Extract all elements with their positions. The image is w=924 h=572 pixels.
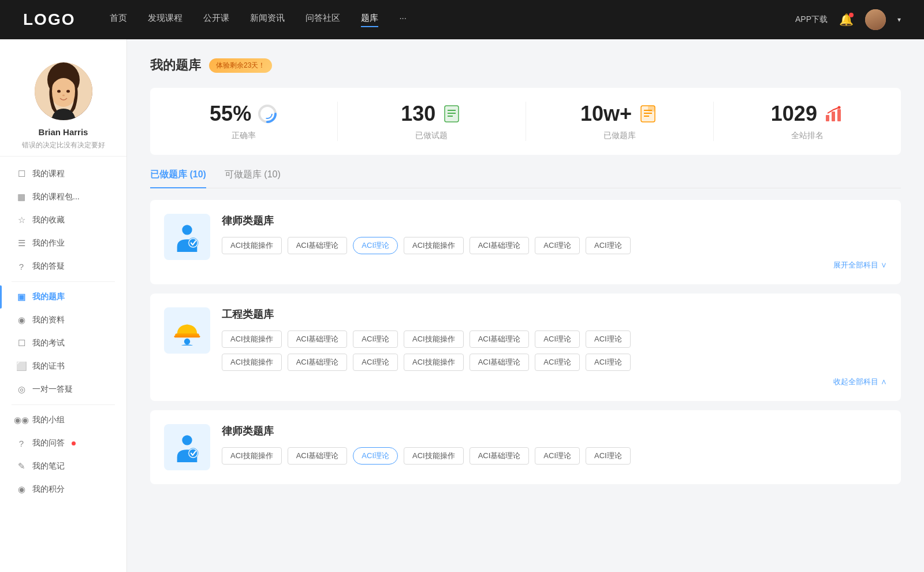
eng-tag-5[interactable]: ACI理论 xyxy=(535,330,580,348)
one-on-one-icon: ◎ xyxy=(16,384,27,395)
eng-tag-3[interactable]: ACI技能操作 xyxy=(404,330,464,348)
law2-tag-1[interactable]: ACI基础理论 xyxy=(288,447,348,465)
law2-tag-0[interactable]: ACI技能操作 xyxy=(222,447,282,465)
stat-accuracy: 55% 正确率 xyxy=(150,102,338,141)
done-questions-icon xyxy=(441,103,462,124)
sidebar-item-favorites[interactable]: ☆ 我的收藏 xyxy=(0,209,126,232)
eng-tag-1[interactable]: ACI基础理论 xyxy=(288,330,348,348)
law2-tag-4[interactable]: ACI基础理论 xyxy=(470,447,530,465)
sidebar-item-answers[interactable]: ? 我的问答 xyxy=(0,432,126,455)
svg-rect-21 xyxy=(832,112,835,121)
svg-point-2 xyxy=(51,78,76,107)
lawyer-person-icon-2 xyxy=(172,432,202,462)
engineer-quiz-body: 工程类题库 ACI技能操作 ACI基础理论 ACI理论 ACI技能操作 ACI基… xyxy=(222,307,887,387)
svg-point-4 xyxy=(66,90,70,93)
avatar-image xyxy=(865,9,886,30)
answers-icon: ? xyxy=(16,438,27,448)
eng-tag-10[interactable]: ACI技能操作 xyxy=(404,354,464,371)
sidebar-item-one-on-one[interactable]: ◎ 一对一答疑 xyxy=(0,378,126,401)
sidebar-label-cert: 我的证书 xyxy=(32,361,65,372)
sidebar-item-my-qa[interactable]: ? 我的答疑 xyxy=(0,255,126,278)
nav-qa[interactable]: 问答社区 xyxy=(305,13,340,27)
eng-tag-7[interactable]: ACI技能操作 xyxy=(222,354,282,371)
eng-tag-13[interactable]: ACI理论 xyxy=(586,354,631,371)
notes-icon: ✎ xyxy=(16,461,27,471)
tab-available[interactable]: 可做题库 (10) xyxy=(225,169,281,188)
sidebar-item-cert[interactable]: ⬜ 我的证书 xyxy=(0,355,126,378)
stats-card: 55% 正确率 130 xyxy=(150,88,901,155)
eng-tag-2[interactable]: ACI理论 xyxy=(353,330,398,348)
eng-tag-11[interactable]: ACI基础理论 xyxy=(470,354,530,371)
tag-2-highlighted[interactable]: ACI理论 xyxy=(353,237,398,254)
nav-home[interactable]: 首页 xyxy=(110,13,127,27)
tag-6[interactable]: ACI理论 xyxy=(586,237,631,254)
sidebar-profile: Brian Harris 错误的决定比没有决定要好 xyxy=(0,51,126,157)
trial-badge: 体验剩余23天！ xyxy=(209,58,272,73)
eng-tag-12[interactable]: ACI理论 xyxy=(535,354,580,371)
sidebar-item-points[interactable]: ◉ 我的积分 xyxy=(0,478,126,501)
stat-ranking-top: 1029 xyxy=(720,102,895,126)
law2-tag-2-highlighted[interactable]: ACI理论 xyxy=(353,447,398,465)
app-download-button[interactable]: APP下载 xyxy=(795,14,828,25)
engineer-icon-wrap xyxy=(164,307,210,354)
nav-public[interactable]: 公开课 xyxy=(203,13,229,27)
page-body: Brian Harris 错误的决定比没有决定要好 ☐ 我的课程 ▦ 我的课程包… xyxy=(0,39,924,572)
sidebar-item-homework[interactable]: ☰ 我的作业 xyxy=(0,232,126,255)
nav-discover[interactable]: 发现课程 xyxy=(148,13,182,27)
sidebar-item-profile[interactable]: ◉ 我的资料 xyxy=(0,309,126,332)
logo: LOGO xyxy=(23,10,75,29)
tag-0[interactable]: ACI技能操作 xyxy=(222,237,282,254)
avatar-dropdown-icon[interactable]: ▾ xyxy=(897,16,901,24)
sidebar-label-profile: 我的资料 xyxy=(32,315,65,325)
sidebar-item-notes[interactable]: ✎ 我的笔记 xyxy=(0,455,126,478)
done-banks-icon xyxy=(638,103,658,124)
stat-ranking: 1029 全站排名 xyxy=(714,102,901,141)
sidebar-item-quizbank[interactable]: ▣ 我的题库 xyxy=(0,285,126,309)
accuracy-chart-icon xyxy=(257,103,278,124)
quiz-section-lawyer-1: 律师类题库 ACI技能操作 ACI基础理论 ACI理论 ACI技能操作 ACI基… xyxy=(150,200,901,284)
nav-quizbank[interactable]: 题库 xyxy=(361,13,378,27)
favorites-icon: ☆ xyxy=(16,215,27,225)
tag-3[interactable]: ACI技能操作 xyxy=(404,237,464,254)
nav-news[interactable]: 新闻资讯 xyxy=(250,13,285,27)
tag-4[interactable]: ACI基础理论 xyxy=(470,237,530,254)
avatar[interactable] xyxy=(865,9,886,30)
nav-links: 首页 发现课程 公开课 新闻资讯 问答社区 题库 ··· xyxy=(110,13,772,27)
tag-5[interactable]: ACI理论 xyxy=(535,237,580,254)
eng-tag-4[interactable]: ACI基础理论 xyxy=(470,330,530,348)
points-icon: ◉ xyxy=(16,484,27,495)
quizbank-icon: ▣ xyxy=(16,292,27,302)
tag-1[interactable]: ACI基础理论 xyxy=(288,237,348,254)
sidebar-label-notes: 我的笔记 xyxy=(32,461,65,471)
sidebar-item-my-course[interactable]: ☐ 我的课程 xyxy=(0,162,126,185)
stat-done-banks-value: 10w+ xyxy=(580,102,632,126)
sidebar-divider-1 xyxy=(12,281,115,282)
expand-link-1[interactable]: 展开全部科目 ∨ xyxy=(222,260,887,270)
law2-tag-5[interactable]: ACI理论 xyxy=(535,447,580,465)
sidebar-label-exam: 我的考试 xyxy=(32,338,65,348)
sidebar-menu: ☐ 我的课程 ▦ 我的课程包... ☆ 我的收藏 ☰ 我的作业 ? 我的答疑 ▣ xyxy=(0,157,126,507)
sidebar-item-exam[interactable]: ☐ 我的考试 xyxy=(0,332,126,355)
sidebar-item-group[interactable]: ◉◉ 我的小组 xyxy=(0,408,126,432)
tab-done[interactable]: 已做题库 (10) xyxy=(150,169,206,188)
sidebar-item-course-pkg[interactable]: ▦ 我的课程包... xyxy=(0,185,126,209)
stat-ranking-label: 全站排名 xyxy=(720,131,895,141)
notification-bell[interactable]: 🔔 xyxy=(839,13,854,27)
nav-more[interactable]: ··· xyxy=(399,13,407,27)
eng-tag-9[interactable]: ACI理论 xyxy=(353,354,398,371)
lawyer-icon-wrap-1 xyxy=(164,214,210,260)
law2-tag-6[interactable]: ACI理论 xyxy=(586,447,631,465)
stat-done-questions-label: 已做试题 xyxy=(344,131,519,141)
svg-point-23 xyxy=(837,106,840,109)
law2-tag-3[interactable]: ACI技能操作 xyxy=(404,447,464,465)
svg-rect-22 xyxy=(837,109,841,121)
lawyer-icon-wrap-2 xyxy=(164,424,210,470)
engineer-hardhat-icon xyxy=(172,315,202,346)
eng-tag-6[interactable]: ACI理论 xyxy=(586,330,631,348)
sidebar-label-my-qa: 我的答疑 xyxy=(32,261,65,272)
quiz-section-lawyer-2: 律师类题库 ACI技能操作 ACI基础理论 ACI理论 ACI技能操作 ACI基… xyxy=(150,410,901,484)
eng-tag-0[interactable]: ACI技能操作 xyxy=(222,330,282,348)
exam-icon: ☐ xyxy=(16,338,27,348)
eng-tag-8[interactable]: ACI基础理论 xyxy=(288,354,348,371)
collapse-link-engineer[interactable]: 收起全部科目 ∧ xyxy=(222,377,887,387)
